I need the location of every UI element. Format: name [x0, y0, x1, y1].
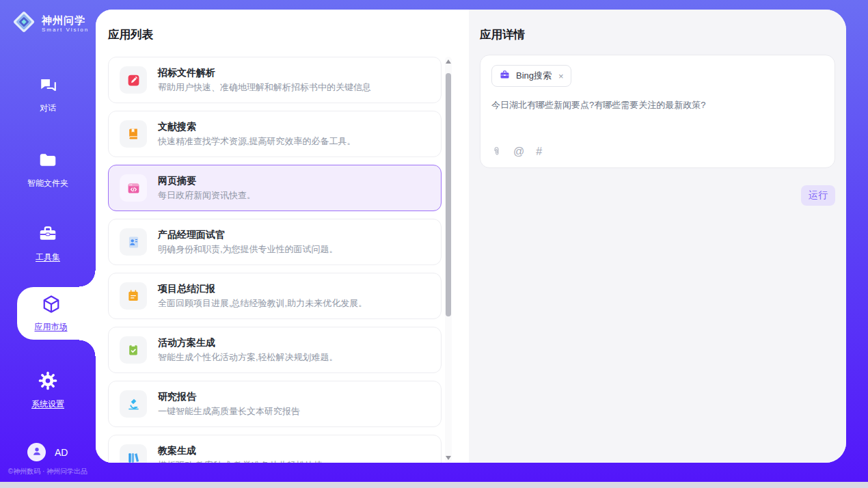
app-item-description: 快速精准查找学术资源,提高研究效率的必备工具。: [158, 136, 356, 147]
prompt-input[interactable]: 今日湖北有哪些新闻要点?有哪些需要关注的最新政策?: [491, 98, 824, 112]
scrollbar-thumb[interactable]: [446, 73, 451, 316]
diamond-logo-icon: [11, 9, 37, 38]
app-detail-title: 应用详情: [480, 27, 525, 42]
tool-tag-bing-search[interactable]: Bing搜索 ×: [491, 65, 571, 87]
cube-icon: [41, 294, 62, 317]
hash-icon[interactable]: #: [536, 146, 542, 157]
user-account[interactable]: AD: [27, 443, 68, 461]
user-initials: AD: [55, 447, 68, 458]
books-icon: [120, 444, 147, 463]
app-list-item[interactable]: 招标文件解析 帮助用户快速、准确地理解和解析招标书中的关键信息: [108, 57, 442, 103]
run-button[interactable]: 运行: [801, 185, 835, 206]
prompt-card: Bing搜索 × 今日湖北有哪些新闻要点?有哪些需要关注的最新政策? @#: [480, 55, 835, 168]
app-item-title: 文献搜索: [158, 121, 356, 133]
app-item-title: 网页摘要: [158, 175, 256, 187]
tool-tag-label: Bing搜索: [516, 70, 552, 82]
toolbox-icon: [38, 234, 58, 246]
app-detail-pane: 应用详情 Bing搜索 × 今日湖北有哪些新闻要点?有哪些需要关注的最新政策? …: [469, 10, 846, 463]
browser-code-icon: [120, 174, 147, 202]
app-list-item[interactable]: 文献搜索 快速精准查找学术资源,提高研究效率的必备工具。: [108, 111, 442, 157]
app-item-title: 产品经理面试官: [158, 229, 338, 241]
app-item-title: 研究报告: [158, 391, 300, 403]
app-list: 招标文件解析 帮助用户快速、准确地理解和解析招标书中的关键信息 文献搜索 快速精…: [108, 57, 442, 463]
app-item-description: 每日政府新闻资讯快查。: [158, 190, 256, 201]
avatar[interactable]: [27, 443, 46, 461]
sidebar-item-label: 智能文件夹: [0, 178, 96, 189]
user-icon: [31, 446, 42, 459]
interview-icon: [120, 228, 147, 256]
report-note-icon: [120, 282, 147, 310]
app-list-item[interactable]: 项目总结汇报 全面回顾项目进展,总结经验教训,助力未来优化发展。: [108, 273, 442, 319]
at-icon[interactable]: @: [513, 146, 524, 157]
sidebar-item-settings[interactable]: 系统设置: [0, 370, 96, 410]
sidebar-item-app-market-active[interactable]: 应用市场: [17, 287, 97, 340]
brand-subtitle: Smart Vision: [42, 27, 89, 33]
window-bottom-strip: [0, 482, 868, 488]
app-item-title: 教案生成: [158, 445, 323, 457]
app-list-item[interactable]: 研究报告 一键智能生成高质量长文本研究报告: [108, 381, 442, 427]
app-item-description: 明确身份和职责,为您提供专业性的面试问题。: [158, 244, 338, 255]
app-item-title: 项目总结汇报: [158, 283, 367, 295]
app-item-description: 全面回顾项目进展,总结经验教训,助力未来优化发展。: [158, 298, 367, 309]
app-item-description: 智能生成个性化活动方案,轻松解决规划难题。: [158, 352, 338, 363]
app-list-item[interactable]: 产品经理面试官 明确身份和职责,为您提供专业性的面试问题。: [108, 219, 442, 265]
sidebar-item-chat[interactable]: 对话: [0, 75, 96, 114]
scroll-up-arrow-icon[interactable]: [446, 59, 451, 64]
brand-logo: 神州问学 Smart Vision: [11, 9, 89, 38]
sidebar-item-label: 应用市场: [35, 321, 68, 333]
paperclip-icon[interactable]: [491, 146, 502, 158]
sidebar-item-label: 工具集: [0, 252, 96, 263]
scroll-down-arrow-icon[interactable]: [446, 456, 451, 460]
sidebar-item-toolset[interactable]: 工具集: [0, 223, 96, 263]
briefcase-icon: [499, 69, 511, 83]
brand-name: 神州问学: [42, 14, 85, 26]
clipboard-check-icon: [120, 336, 147, 364]
prompt-toolbar: @#: [491, 146, 824, 158]
app-list-pane: 应用列表 招标文件解析 帮助用户快速、准确地理解和解析招标书中的关键信息 文献搜…: [96, 10, 469, 463]
app-item-description: 一键智能生成高质量长文本研究报告: [158, 406, 300, 417]
app-list-item[interactable]: 教案生成 模板驱动,教案秒成,教学准备从此轻松快捷: [108, 435, 442, 463]
sidebar-item-label: 系统设置: [0, 398, 96, 410]
gear-icon: [38, 381, 58, 393]
copyright-text: ©神州数码 · 神州问学出品: [0, 467, 96, 476]
pen-square-icon: [120, 66, 147, 94]
book-icon: [120, 120, 147, 148]
scrollbar[interactable]: [445, 57, 452, 463]
app-item-title: 招标文件解析: [158, 67, 371, 79]
app-list-item[interactable]: 活动方案生成 智能生成个性化活动方案,轻松解决规划难题。: [108, 327, 442, 373]
close-icon[interactable]: ×: [558, 71, 564, 81]
tab-curve-top: [79, 271, 96, 287]
tab-curve-bottom: [79, 340, 96, 356]
app-list-title: 应用列表: [108, 27, 153, 42]
microscope-icon: [120, 390, 147, 418]
chat-icon: [38, 85, 58, 97]
app-window: 神州问学 Smart Vision 对话 智能文件夹 工具集 应用市场 系统设置…: [0, 0, 868, 482]
folder-icon: [38, 161, 58, 172]
main-content: 应用列表 招标文件解析 帮助用户快速、准确地理解和解析招标书中的关键信息 文献搜…: [96, 10, 846, 463]
sidebar-item-smart-folder[interactable]: 智能文件夹: [0, 150, 96, 189]
app-item-description: 帮助用户快速、准确地理解和解析招标书中的关键信息: [158, 82, 371, 93]
sidebar-item-label: 对话: [0, 103, 96, 114]
app-item-description: 模板驱动,教案秒成,教学准备从此轻松快捷: [158, 460, 323, 463]
app-list-item[interactable]: 网页摘要 每日政府新闻资讯快查。: [108, 165, 442, 211]
app-item-title: 活动方案生成: [158, 337, 338, 349]
